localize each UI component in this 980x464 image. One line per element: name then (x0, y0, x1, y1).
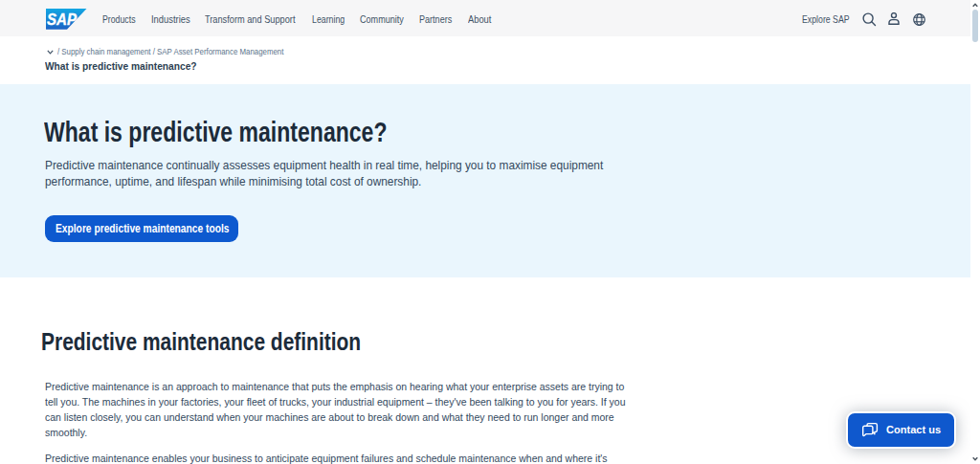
svg-text:SAP: SAP (47, 11, 77, 29)
